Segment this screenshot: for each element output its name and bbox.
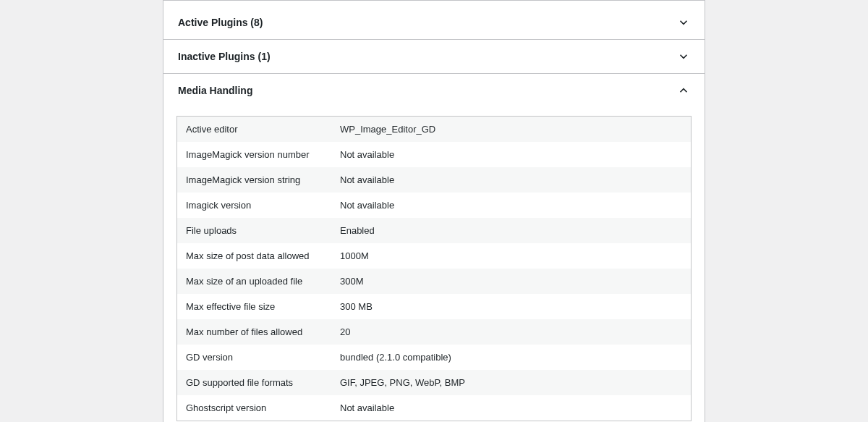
accordion-title: Media Handling	[178, 85, 252, 96]
table-row: Max size of post data allowed 1000M	[177, 243, 691, 269]
accordion-title: Active Plugins (8)	[178, 17, 263, 28]
table-row: GD version bundled (2.1.0 compatible)	[177, 345, 691, 370]
section-media-handling: Media Handling Active editor WP_Image_Ed…	[163, 74, 705, 422]
accordion-body-media-handling: Active editor WP_Image_Editor_GD ImageMa…	[163, 107, 705, 422]
accordion-title: Inactive Plugins (1)	[178, 51, 271, 62]
row-value: Not available	[331, 167, 691, 193]
table-row: Max effective file size 300 MB	[177, 294, 691, 319]
row-label: GD supported file formats	[177, 370, 331, 395]
row-label: Max number of files allowed	[177, 319, 331, 345]
accordion-header-active-plugins[interactable]: Active Plugins (8)	[163, 6, 705, 39]
table-row: Max number of files allowed 20	[177, 319, 691, 345]
table-row: Max size of an uploaded file 300M	[177, 269, 691, 294]
row-value: GIF, JPEG, PNG, WebP, BMP	[331, 370, 691, 395]
row-label: Max size of post data allowed	[177, 243, 331, 269]
row-label: Ghostscript version	[177, 395, 331, 421]
row-value: Not available	[331, 395, 691, 421]
section-inactive-plugins: Inactive Plugins (1)	[163, 40, 705, 74]
site-health-panel: Active Plugins (8) Inactive Plugins (1) …	[163, 0, 705, 422]
row-label: GD version	[177, 345, 331, 370]
row-label: File uploads	[177, 218, 331, 243]
row-value: WP_Image_Editor_GD	[331, 117, 691, 142]
table-row: ImageMagick version string Not available	[177, 167, 691, 193]
accordion-header-media-handling[interactable]: Media Handling	[163, 74, 705, 107]
section-active-plugins: Active Plugins (8)	[163, 6, 705, 40]
row-label: ImageMagick version number	[177, 142, 331, 167]
accordion-header-inactive-plugins[interactable]: Inactive Plugins (1)	[163, 40, 705, 73]
row-label: Max effective file size	[177, 294, 331, 319]
row-label: Imagick version	[177, 193, 331, 218]
table-row: ImageMagick version number Not available	[177, 142, 691, 167]
row-value: 300M	[331, 269, 691, 294]
row-value: 300 MB	[331, 294, 691, 319]
table-row: Ghostscript version Not available	[177, 395, 691, 421]
row-value: 1000M	[331, 243, 691, 269]
table-row: Imagick version Not available	[177, 193, 691, 218]
row-label: Active editor	[177, 117, 331, 142]
table-row: Active editor WP_Image_Editor_GD	[177, 117, 691, 142]
row-value: Enabled	[331, 218, 691, 243]
row-label: ImageMagick version string	[177, 167, 331, 193]
row-value: 20	[331, 319, 691, 345]
panel-top-edge	[163, 0, 705, 6]
row-value: Not available	[331, 193, 691, 218]
table-row: File uploads Enabled	[177, 218, 691, 243]
table-row: GD supported file formats GIF, JPEG, PNG…	[177, 370, 691, 395]
media-handling-table: Active editor WP_Image_Editor_GD ImageMa…	[176, 116, 692, 421]
row-value: bundled (2.1.0 compatible)	[331, 345, 691, 370]
row-label: Max size of an uploaded file	[177, 269, 331, 294]
chevron-down-icon	[677, 50, 690, 63]
chevron-up-icon	[677, 84, 690, 97]
chevron-down-icon	[677, 16, 690, 29]
row-value: Not available	[331, 142, 691, 167]
